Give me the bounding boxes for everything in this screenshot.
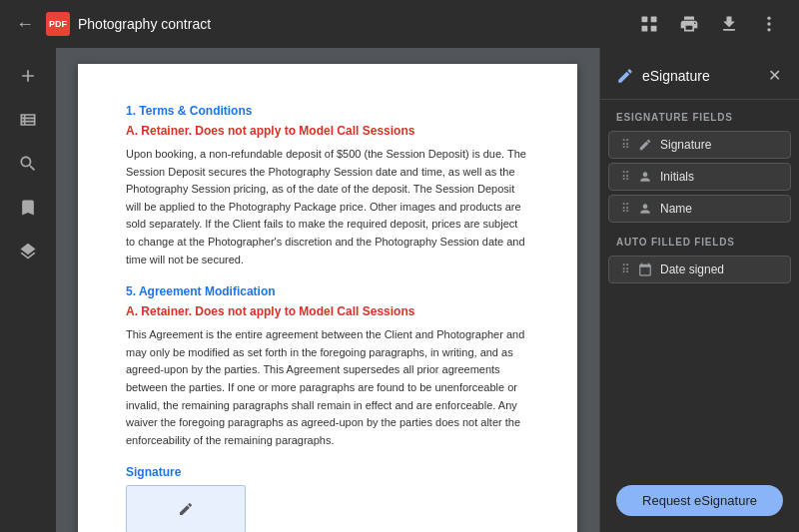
drag-icon: ⠿	[621, 263, 630, 276]
panel-title-row: eSignature	[616, 67, 710, 85]
section5-title: 5. Agreement Modification	[126, 284, 529, 298]
section1-body: Upon booking, a non-refundable deposit o…	[126, 146, 529, 268]
more-options-icon	[759, 14, 779, 34]
drag-icon: ⠿	[621, 202, 630, 216]
print-icon	[679, 14, 699, 34]
svg-rect-2	[642, 26, 648, 32]
topbar-actions	[631, 6, 787, 42]
pdf-icon: PDF	[46, 12, 70, 36]
svg-point-5	[767, 22, 770, 25]
sidebar-thumbnails-button[interactable]	[8, 100, 48, 140]
present-icon-button[interactable]	[631, 6, 667, 42]
date-signed-field-item[interactable]: ⠿ Date signed	[608, 256, 791, 283]
signature-field-item[interactable]: ⠿ Signature	[608, 131, 791, 159]
svg-rect-3	[651, 26, 657, 32]
add-icon	[18, 66, 38, 86]
signature-label: Signature	[126, 465, 529, 479]
thumbnails-icon	[18, 110, 38, 130]
auto-filled-fields-label: AUTO FILLED FIELDS	[600, 225, 799, 254]
signature-box[interactable]	[126, 485, 246, 532]
drag-icon: ⠿	[621, 138, 630, 152]
section1-title: 1. Terms & Conditions	[126, 104, 529, 118]
sidebar-layers-button[interactable]	[8, 232, 48, 271]
download-icon	[719, 14, 739, 34]
svg-point-4	[767, 17, 770, 20]
sidebar-add-button[interactable]	[8, 56, 48, 96]
present-icon	[639, 14, 659, 34]
svg-rect-0	[642, 17, 648, 23]
svg-point-6	[767, 28, 770, 31]
download-icon-button[interactable]	[711, 6, 747, 42]
initials-field-label: Initials	[660, 170, 778, 184]
print-icon-button[interactable]	[671, 6, 707, 42]
svg-rect-1	[651, 17, 657, 23]
left-sidebar	[0, 48, 56, 532]
name-field-item[interactable]: ⠿ Name	[608, 195, 791, 223]
search-icon	[18, 154, 38, 174]
esignature-panel: eSignature ✕ ESIGNATURE FIELDS ⠿ Signatu…	[599, 48, 799, 532]
name-field-label: Name	[660, 202, 778, 216]
signature-field-icon	[638, 138, 652, 152]
initials-field-icon	[638, 170, 652, 184]
signature-field-label: Signature	[660, 138, 778, 152]
name-field-icon	[638, 202, 652, 216]
initials-field-item[interactable]: ⠿ Initials	[608, 163, 791, 191]
more-options-button[interactable]	[751, 6, 787, 42]
panel-close-button[interactable]: ✕	[766, 64, 783, 87]
document-page: 1. Terms & Conditions A. Retainer. Does …	[78, 64, 577, 532]
main-area: 1. Terms & Conditions A. Retainer. Does …	[0, 48, 799, 532]
section1-subsection: A. Retainer. Does not apply to Model Cal…	[126, 124, 529, 138]
esignature-pen-icon	[616, 67, 634, 85]
section5-subsection: A. Retainer. Does not apply to Model Cal…	[126, 304, 529, 318]
layers-icon	[18, 242, 38, 262]
esignature-fields-label: ESIGNATURE FIELDS	[600, 100, 799, 129]
request-esignature-button[interactable]: Request eSignature	[616, 485, 783, 516]
section5-body: This Agreement is the entire agreement b…	[126, 326, 529, 449]
bookmark-icon	[18, 198, 38, 218]
panel-header: eSignature ✕	[600, 48, 799, 100]
document-title: Photography contract	[78, 16, 211, 32]
document-viewer[interactable]: 1. Terms & Conditions A. Retainer. Does …	[56, 48, 599, 532]
panel-title: eSignature	[642, 68, 710, 84]
back-button[interactable]: ←	[12, 10, 38, 39]
topbar: ← PDF Photography contract	[0, 0, 799, 48]
signature-pen-icon	[178, 501, 194, 517]
drag-icon: ⠿	[621, 170, 630, 184]
date-signed-field-label: Date signed	[660, 263, 778, 276]
calendar-icon	[638, 263, 652, 276]
topbar-left: ← PDF Photography contract	[12, 10, 623, 39]
sidebar-bookmark-button[interactable]	[8, 188, 48, 228]
sidebar-search-button[interactable]	[8, 144, 48, 184]
